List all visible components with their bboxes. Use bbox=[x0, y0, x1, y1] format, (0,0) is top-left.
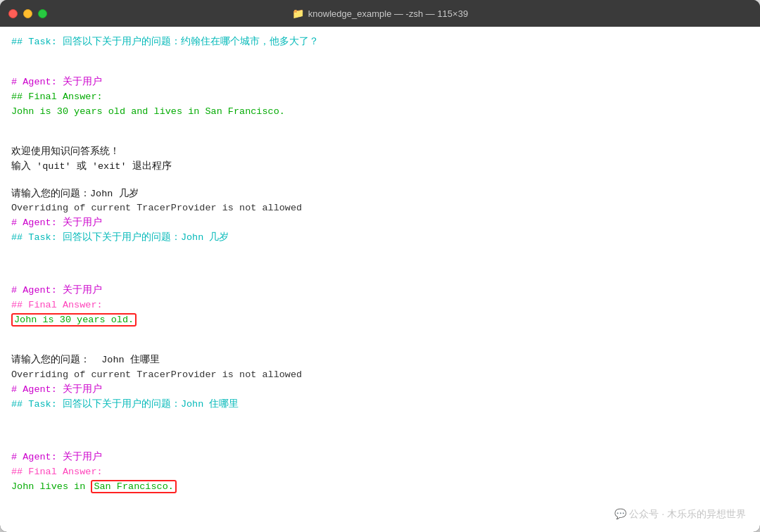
minimize-button[interactable] bbox=[23, 9, 32, 18]
line-agent-2: # Agent: 关于用户 bbox=[11, 216, 749, 231]
titlebar: 📁 knowledge_example — -zsh — 115×39 bbox=[0, 0, 760, 27]
line-agent-5: # Agent: 关于用户 bbox=[11, 450, 749, 465]
line-welcome-1: 欢迎使用知识问答系统！ bbox=[11, 145, 749, 160]
line-final-answer-2: ## Final Answer: bbox=[11, 298, 749, 313]
terminal-window: 📁 knowledge_example — -zsh — 115×39 ## T… bbox=[0, 0, 760, 532]
line-override-1: Overriding of current TracerProvider is … bbox=[11, 201, 749, 216]
traffic-lights bbox=[8, 9, 47, 18]
line-final-answer-1: ## Final Answer: bbox=[11, 90, 749, 105]
line-agent-4: # Agent: 关于用户 bbox=[11, 383, 749, 398]
line-welcome-2: 输入 'quit' 或 'exit' 退出程序 bbox=[11, 160, 749, 175]
line-answer-1: John is 30 years old and lives in San Fr… bbox=[11, 105, 749, 120]
line-task-3: ## Task: 回答以下关于用户的问题：John 住哪里 bbox=[11, 398, 749, 412]
line-question-2: 请输入您的问题： John 住哪里 bbox=[11, 353, 749, 368]
line-agent-1: # Agent: 关于用户 bbox=[11, 75, 749, 90]
highlight-box-1: John is 30 years old. bbox=[11, 313, 137, 327]
maximize-button[interactable] bbox=[38, 9, 47, 18]
line-task-2: ## Task: 回答以下关于用户的问题：John 几岁 bbox=[11, 231, 749, 246]
highlight-box-2: San Francisco. bbox=[91, 480, 176, 493]
window-title: 📁 knowledge_example — -zsh — 115×39 bbox=[292, 8, 468, 19]
line-override-2: Overriding of current TracerProvider is … bbox=[11, 368, 749, 383]
line-answer-2: John is 30 years old. bbox=[11, 313, 749, 328]
line-final-answer-3: ## Final Answer: bbox=[11, 465, 749, 480]
line-agent-3: # Agent: 关于用户 bbox=[11, 284, 749, 298]
close-button[interactable] bbox=[8, 9, 18, 18]
line-answer-3: John lives in San Francisco. bbox=[11, 480, 749, 495]
line-task-1: ## Task: 回答以下关于用户的问题：约翰住在哪个城市，他多大了？ bbox=[11, 35, 749, 50]
watermark: 💬 公众号 · 木乐乐的异想世界 bbox=[614, 508, 746, 521]
line-question-1: 请输入您的问题：John 几岁 bbox=[11, 187, 749, 202]
folder-icon: 📁 bbox=[292, 8, 304, 19]
terminal-body[interactable]: ## Task: 回答以下关于用户的问题：约翰住在哪个城市，他多大了？ # Ag… bbox=[0, 27, 760, 532]
